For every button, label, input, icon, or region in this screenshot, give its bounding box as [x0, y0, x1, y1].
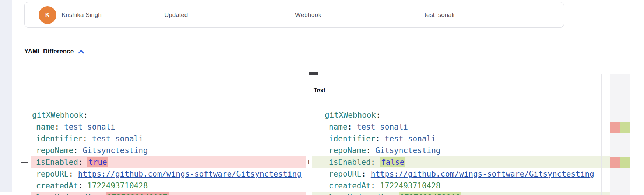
yaml-colon: : [362, 170, 366, 178]
avatar: K [39, 6, 56, 24]
left-sidebar-edge [0, 0, 12, 192]
yaml-line-text: gitXWebhook: [312, 109, 381, 121]
yaml-line-repoName: repoName: Gitsynctesting [31, 145, 306, 156]
yaml-key: repoURL [36, 170, 69, 178]
yaml-value: Gitsynctesting [375, 146, 440, 155]
repo-url-link[interactable]: https://github.com/wings-software/Gitsyn… [371, 170, 594, 178]
yaml-line-repoURL: repoURL: https://github.com/wings-softwa… [312, 168, 610, 180]
yaml-line-text: repoName: Gitsynctesting [31, 145, 148, 156]
yaml-colon: : [73, 146, 78, 155]
yaml-line-repoName: repoName: Gitsynctesting [312, 145, 610, 156]
yaml-line-text: name: test_sonali [31, 121, 115, 133]
yaml-line-createdAt: createdAt: 1722493710428 [31, 180, 306, 192]
chevron-up-icon[interactable] [78, 49, 84, 54]
yaml-colon: : [96, 193, 101, 195]
yaml-colon: : [389, 193, 394, 195]
yaml-key: name [329, 123, 348, 131]
yaml-difference-header: YAML Difference [24, 48, 84, 55]
yaml-colon: : [371, 181, 376, 190]
yaml-line-identifier: identifier: test_sonali [31, 133, 306, 145]
minimap-removed-marker [610, 157, 620, 168]
yaml-value: test_sonali [64, 123, 115, 131]
yaml-colon: : [82, 134, 87, 143]
yaml-value: test_sonali [385, 134, 436, 143]
yaml-line-isEnabled: +isEnabled: false [312, 156, 610, 168]
yaml-line-text: createdAt: 1722493710428 [31, 180, 148, 192]
yaml-colon: : [55, 123, 60, 131]
diff-panel-old: gitXWebhook:name: test_sonaliidentifier:… [31, 74, 306, 195]
audit-resource-type: Webhook [295, 2, 321, 28]
yaml-key: createdAt [329, 181, 371, 190]
yaml-line-text: gitXWebhook: [31, 109, 88, 121]
yaml-value: 1722493710428 [87, 181, 148, 190]
yaml-key: name [36, 123, 55, 131]
yaml-difference-title: YAML Difference [24, 48, 74, 55]
plus-change-marker: + [306, 156, 312, 168]
yaml-line-lastUpdatedAt: lastUpdatedAt: 1737619148997 [31, 192, 306, 195]
yaml-key: repoName [329, 146, 366, 155]
yaml-line-text: createdAt: 1722493710428 [312, 180, 440, 192]
yaml-line-gitXWebhook: gitXWebhook: [312, 109, 610, 121]
minimap-added-marker [620, 122, 630, 133]
yaml-key: lastUpdatedAt [329, 193, 389, 195]
diff-overview-ruler[interactable] [610, 74, 630, 195]
yaml-line-isEnabled: isEnabled: true [31, 156, 306, 168]
yaml-line-text: lastUpdatedAt: 1737619148997 [31, 192, 169, 195]
yaml-line-lastUpdatedAt: +lastUpdatedAt: 1737623452908 [312, 192, 610, 195]
yaml-key: lastUpdatedAt [36, 193, 96, 195]
repo-url-link[interactable]: https://github.com/wings-software/Gitsyn… [78, 170, 302, 178]
yaml-colon: : [78, 158, 83, 167]
yaml-line-text: repoURL: https://github.com/wings-softwa… [312, 168, 594, 180]
yaml-line-identifier: identifier: test_sonali [312, 133, 610, 145]
yaml-colon: : [376, 111, 381, 120]
yaml-value: false [380, 157, 405, 167]
minus-change-marker [21, 162, 28, 163]
diff-split-divider [309, 74, 309, 195]
yaml-colon: : [83, 111, 88, 120]
yaml-line-name: name: test_sonali [312, 121, 610, 133]
yaml-key: identifier [36, 134, 82, 143]
yaml-key: repoName [36, 146, 73, 155]
diff-panel-new: gitXWebhook:name: test_sonaliidentifier:… [312, 74, 610, 195]
yaml-colon: : [371, 158, 376, 167]
yaml-line-text: lastUpdatedAt: 1737623452908 [312, 192, 461, 195]
audit-user-name: Krishika Singh [61, 2, 102, 28]
yaml-key: repoURL [329, 170, 362, 178]
yaml-line-text: repoName: Gitsynctesting [312, 145, 440, 156]
yaml-colon: : [366, 146, 371, 155]
audit-action: Updated [164, 2, 188, 28]
yaml-key: createdAt [36, 181, 78, 190]
yaml-line-text: repoURL: https://github.com/wings-softwa… [31, 168, 302, 180]
yaml-line-text: isEnabled: true [31, 156, 108, 168]
yaml-colon: : [78, 181, 83, 190]
yaml-line-createdAt: createdAt: 1722493710428 [312, 180, 610, 192]
yaml-line-name: name: test_sonali [31, 121, 306, 133]
diff-right-border [643, 74, 643, 195]
yaml-line-gitXWebhook: gitXWebhook: [31, 109, 306, 121]
yaml-value: 1737619148997 [106, 192, 169, 195]
yaml-value: true [87, 157, 108, 167]
yaml-key: identifier [329, 134, 375, 143]
yaml-value: Gitsynctesting [82, 146, 148, 155]
left-panel-inner-border [301, 74, 301, 195]
yaml-line-text: identifier: test_sonali [312, 133, 436, 145]
yaml-key: isEnabled [36, 158, 78, 167]
yaml-value: 1737623452908 [399, 192, 461, 195]
minimap-added-marker [620, 157, 630, 168]
right-panel-inner-border [601, 74, 602, 195]
yaml-line-repoURL: repoURL: https://github.com/wings-softwa… [31, 168, 306, 180]
yaml-diff-viewer: gitXWebhook:name: test_sonaliidentifier:… [21, 74, 644, 195]
audit-log-row[interactable]: K Krishika Singh Updated Webhook test_so… [24, 2, 564, 28]
yaml-value: test_sonali [357, 123, 408, 131]
yaml-key: gitXWebhook [32, 111, 83, 120]
yaml-colon: : [375, 134, 380, 143]
yaml-colon: : [348, 123, 352, 131]
yaml-line-text: isEnabled: false [312, 156, 405, 168]
yaml-value: 1722493710428 [380, 181, 440, 190]
yaml-line-text: identifier: test_sonali [31, 133, 143, 145]
yaml-key: gitXWebhook [325, 111, 376, 120]
minimap-removed-marker [610, 122, 620, 133]
plus-change-marker: + [306, 192, 312, 195]
audit-resource-name: test_sonali [425, 2, 454, 28]
yaml-line-text: name: test_sonali [312, 121, 408, 133]
